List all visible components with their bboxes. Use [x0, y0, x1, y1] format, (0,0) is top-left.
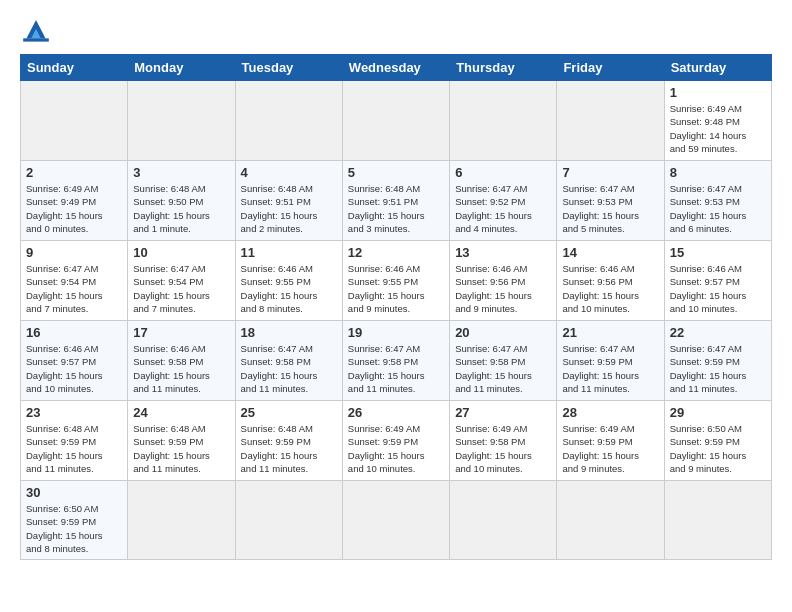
svg-rect-2: [23, 38, 49, 41]
calendar-table: SundayMondayTuesdayWednesdayThursdayFrid…: [20, 54, 772, 560]
day-info: Sunrise: 6:48 AMSunset: 9:59 PMDaylight:…: [241, 422, 337, 475]
day-info: Sunrise: 6:50 AMSunset: 9:59 PMDaylight:…: [26, 502, 122, 555]
day-number: 22: [670, 325, 766, 340]
calendar-cell: 30Sunrise: 6:50 AMSunset: 9:59 PMDayligh…: [21, 481, 128, 560]
calendar-cell: 26Sunrise: 6:49 AMSunset: 9:59 PMDayligh…: [342, 401, 449, 481]
calendar-cell: 5Sunrise: 6:48 AMSunset: 9:51 PMDaylight…: [342, 161, 449, 241]
week-row-3: 9Sunrise: 6:47 AMSunset: 9:54 PMDaylight…: [21, 241, 772, 321]
day-number: 10: [133, 245, 229, 260]
day-info: Sunrise: 6:47 AMSunset: 9:58 PMDaylight:…: [241, 342, 337, 395]
logo: [20, 16, 56, 44]
day-number: 29: [670, 405, 766, 420]
day-number: 26: [348, 405, 444, 420]
day-number: 25: [241, 405, 337, 420]
calendar-cell: [557, 81, 664, 161]
calendar-cell: 27Sunrise: 6:49 AMSunset: 9:58 PMDayligh…: [450, 401, 557, 481]
weekday-header-monday: Monday: [128, 55, 235, 81]
day-number: 9: [26, 245, 122, 260]
day-number: 6: [455, 165, 551, 180]
weekday-header-row: SundayMondayTuesdayWednesdayThursdayFrid…: [21, 55, 772, 81]
day-info: Sunrise: 6:46 AMSunset: 9:55 PMDaylight:…: [348, 262, 444, 315]
day-info: Sunrise: 6:47 AMSunset: 9:53 PMDaylight:…: [562, 182, 658, 235]
calendar-cell: 9Sunrise: 6:47 AMSunset: 9:54 PMDaylight…: [21, 241, 128, 321]
week-row-6: 30Sunrise: 6:50 AMSunset: 9:59 PMDayligh…: [21, 481, 772, 560]
day-number: 27: [455, 405, 551, 420]
calendar-cell: [450, 81, 557, 161]
day-info: Sunrise: 6:47 AMSunset: 9:54 PMDaylight:…: [26, 262, 122, 315]
calendar-cell: 28Sunrise: 6:49 AMSunset: 9:59 PMDayligh…: [557, 401, 664, 481]
day-number: 2: [26, 165, 122, 180]
calendar-cell: 8Sunrise: 6:47 AMSunset: 9:53 PMDaylight…: [664, 161, 771, 241]
calendar-cell: [128, 81, 235, 161]
day-info: Sunrise: 6:46 AMSunset: 9:57 PMDaylight:…: [26, 342, 122, 395]
calendar-cell: 12Sunrise: 6:46 AMSunset: 9:55 PMDayligh…: [342, 241, 449, 321]
day-number: 12: [348, 245, 444, 260]
week-row-4: 16Sunrise: 6:46 AMSunset: 9:57 PMDayligh…: [21, 321, 772, 401]
day-info: Sunrise: 6:47 AMSunset: 9:53 PMDaylight:…: [670, 182, 766, 235]
day-number: 18: [241, 325, 337, 340]
calendar-cell: 1Sunrise: 6:49 AMSunset: 9:48 PMDaylight…: [664, 81, 771, 161]
calendar-cell: [235, 81, 342, 161]
day-number: 4: [241, 165, 337, 180]
week-row-1: 1Sunrise: 6:49 AMSunset: 9:48 PMDaylight…: [21, 81, 772, 161]
day-number: 21: [562, 325, 658, 340]
calendar-cell: 7Sunrise: 6:47 AMSunset: 9:53 PMDaylight…: [557, 161, 664, 241]
calendar-cell: [21, 81, 128, 161]
weekday-header-saturday: Saturday: [664, 55, 771, 81]
day-info: Sunrise: 6:48 AMSunset: 9:50 PMDaylight:…: [133, 182, 229, 235]
day-info: Sunrise: 6:46 AMSunset: 9:56 PMDaylight:…: [562, 262, 658, 315]
calendar-cell: [342, 481, 449, 560]
calendar-cell: 16Sunrise: 6:46 AMSunset: 9:57 PMDayligh…: [21, 321, 128, 401]
day-number: 15: [670, 245, 766, 260]
day-number: 3: [133, 165, 229, 180]
calendar-cell: 22Sunrise: 6:47 AMSunset: 9:59 PMDayligh…: [664, 321, 771, 401]
calendar-cell: [342, 81, 449, 161]
day-info: Sunrise: 6:49 AMSunset: 9:59 PMDaylight:…: [348, 422, 444, 475]
day-number: 19: [348, 325, 444, 340]
day-number: 23: [26, 405, 122, 420]
calendar-cell: 6Sunrise: 6:47 AMSunset: 9:52 PMDaylight…: [450, 161, 557, 241]
calendar-cell: 18Sunrise: 6:47 AMSunset: 9:58 PMDayligh…: [235, 321, 342, 401]
calendar-cell: 15Sunrise: 6:46 AMSunset: 9:57 PMDayligh…: [664, 241, 771, 321]
calendar-cell: 21Sunrise: 6:47 AMSunset: 9:59 PMDayligh…: [557, 321, 664, 401]
weekday-header-thursday: Thursday: [450, 55, 557, 81]
weekday-header-sunday: Sunday: [21, 55, 128, 81]
day-info: Sunrise: 6:48 AMSunset: 9:51 PMDaylight:…: [348, 182, 444, 235]
calendar-cell: 20Sunrise: 6:47 AMSunset: 9:58 PMDayligh…: [450, 321, 557, 401]
day-number: 8: [670, 165, 766, 180]
calendar-cell: [664, 481, 771, 560]
day-number: 14: [562, 245, 658, 260]
day-number: 1: [670, 85, 766, 100]
week-row-5: 23Sunrise: 6:48 AMSunset: 9:59 PMDayligh…: [21, 401, 772, 481]
day-number: 20: [455, 325, 551, 340]
calendar-cell: 3Sunrise: 6:48 AMSunset: 9:50 PMDaylight…: [128, 161, 235, 241]
day-info: Sunrise: 6:49 AMSunset: 9:59 PMDaylight:…: [562, 422, 658, 475]
day-info: Sunrise: 6:49 AMSunset: 9:48 PMDaylight:…: [670, 102, 766, 155]
calendar-cell: 4Sunrise: 6:48 AMSunset: 9:51 PMDaylight…: [235, 161, 342, 241]
day-info: Sunrise: 6:47 AMSunset: 9:59 PMDaylight:…: [670, 342, 766, 395]
day-info: Sunrise: 6:47 AMSunset: 9:52 PMDaylight:…: [455, 182, 551, 235]
day-number: 24: [133, 405, 229, 420]
day-info: Sunrise: 6:47 AMSunset: 9:59 PMDaylight:…: [562, 342, 658, 395]
calendar-cell: 25Sunrise: 6:48 AMSunset: 9:59 PMDayligh…: [235, 401, 342, 481]
week-row-2: 2Sunrise: 6:49 AMSunset: 9:49 PMDaylight…: [21, 161, 772, 241]
day-info: Sunrise: 6:46 AMSunset: 9:56 PMDaylight:…: [455, 262, 551, 315]
day-number: 13: [455, 245, 551, 260]
day-info: Sunrise: 6:48 AMSunset: 9:51 PMDaylight:…: [241, 182, 337, 235]
weekday-header-wednesday: Wednesday: [342, 55, 449, 81]
calendar-cell: 2Sunrise: 6:49 AMSunset: 9:49 PMDaylight…: [21, 161, 128, 241]
calendar-cell: 17Sunrise: 6:46 AMSunset: 9:58 PMDayligh…: [128, 321, 235, 401]
day-info: Sunrise: 6:46 AMSunset: 9:55 PMDaylight:…: [241, 262, 337, 315]
calendar-cell: [557, 481, 664, 560]
day-info: Sunrise: 6:46 AMSunset: 9:57 PMDaylight:…: [670, 262, 766, 315]
day-info: Sunrise: 6:47 AMSunset: 9:58 PMDaylight:…: [455, 342, 551, 395]
day-number: 16: [26, 325, 122, 340]
header: [20, 16, 772, 44]
day-info: Sunrise: 6:46 AMSunset: 9:58 PMDaylight:…: [133, 342, 229, 395]
calendar-cell: 14Sunrise: 6:46 AMSunset: 9:56 PMDayligh…: [557, 241, 664, 321]
calendar-cell: 13Sunrise: 6:46 AMSunset: 9:56 PMDayligh…: [450, 241, 557, 321]
calendar-cell: 10Sunrise: 6:47 AMSunset: 9:54 PMDayligh…: [128, 241, 235, 321]
day-info: Sunrise: 6:48 AMSunset: 9:59 PMDaylight:…: [133, 422, 229, 475]
calendar-cell: [235, 481, 342, 560]
day-number: 7: [562, 165, 658, 180]
